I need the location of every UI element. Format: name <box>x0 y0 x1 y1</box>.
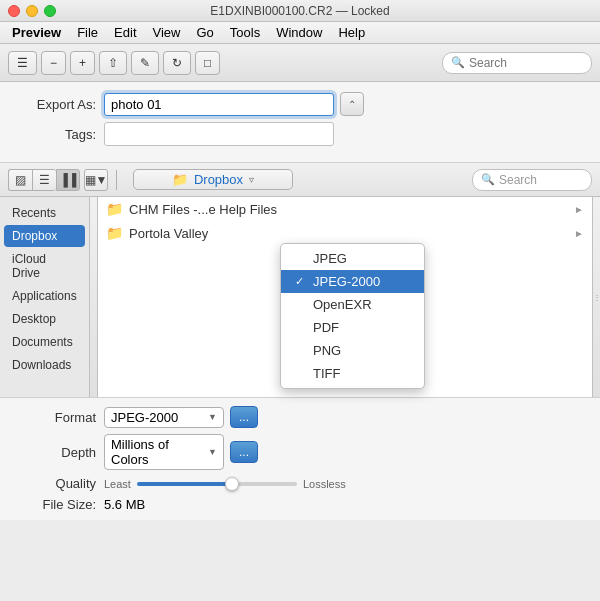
depth-color-btn[interactable]: ... <box>230 441 258 463</box>
bottom-panel: ✓ JPEG ✓ JPEG-2000 ✓ OpenEXR ✓ PDF ✓ PNG… <box>0 397 600 520</box>
quality-slider[interactable] <box>137 482 297 486</box>
quality-slider-container: Least Lossless <box>104 478 346 490</box>
format-value: JPEG-2000 <box>111 410 178 425</box>
toolbar-search[interactable]: 🔍 <box>442 52 592 74</box>
sidebar-icon: ☰ <box>17 56 28 70</box>
color-button[interactable]: ... <box>230 406 258 428</box>
depth-value: Millions of Colors <box>111 437 208 467</box>
quality-least-label: Least <box>104 478 131 490</box>
dropdown-item-tiff[interactable]: ✓ TIFF <box>281 362 424 385</box>
zoom-out-button[interactable]: − <box>41 51 66 75</box>
sidebar-item-downloads[interactable]: Downloads <box>4 354 85 376</box>
export-name-input[interactable] <box>104 93 334 116</box>
tags-input[interactable] <box>104 122 334 146</box>
format-label: Format <box>16 410 96 425</box>
dropdown-label: PDF <box>313 320 339 335</box>
dropdown-item-openexr[interactable]: ✓ OpenEXR <box>281 293 424 316</box>
dropdown-item-pdf[interactable]: ✓ PDF <box>281 316 424 339</box>
search-input[interactable] <box>469 56 583 70</box>
arrow-icon: ► <box>574 204 584 215</box>
crop-icon: □ <box>204 56 211 70</box>
view-coverflow-button[interactable]: ▦▼ <box>84 169 108 191</box>
menu-help[interactable]: Help <box>330 23 373 42</box>
dropdown-item-png[interactable]: ✓ PNG <box>281 339 424 362</box>
format-btn[interactable]: ... <box>230 406 258 428</box>
sidebar-item-icloud[interactable]: iCloud Drive <box>4 248 85 284</box>
sidebar-item-documents[interactable]: Documents <box>4 331 85 353</box>
menu-go[interactable]: Go <box>188 23 221 42</box>
depth-row: Depth Millions of Colors ▼ ... <box>16 434 584 470</box>
export-as-label: Export As: <box>16 97 96 112</box>
sidebar-item-applications[interactable]: Applications <box>4 285 85 307</box>
format-chevron: ▼ <box>208 412 217 422</box>
depth-button[interactable]: ... <box>230 441 258 463</box>
maximize-button[interactable] <box>44 5 56 17</box>
traffic-lights <box>8 5 56 17</box>
folder-icon: 📁 <box>106 201 123 217</box>
share-button[interactable]: ⇧ <box>99 51 127 75</box>
search-icon: 🔍 <box>451 56 465 69</box>
browser-toolbar: ▨ ☰ ▐▐ ▦▼ 📁 Dropbox ▿ 🔍 Search <box>0 163 600 197</box>
list-item[interactable]: 📁 Portola Valley ► <box>98 221 592 245</box>
zoom-in-icon: + <box>79 56 86 70</box>
location-button[interactable]: 📁 Dropbox ▿ <box>133 169 293 190</box>
close-button[interactable] <box>8 5 20 17</box>
sidebar-item-recents[interactable]: Recents <box>4 202 85 224</box>
menu-preview[interactable]: Preview <box>4 23 69 42</box>
dropdown-item-jpeg2000[interactable]: ✓ JPEG-2000 <box>281 270 424 293</box>
menu-tools[interactable]: Tools <box>222 23 268 42</box>
file-name: Portola Valley <box>129 226 208 241</box>
menu-view[interactable]: View <box>145 23 189 42</box>
minimize-button[interactable] <box>26 5 38 17</box>
browser-search[interactable]: 🔍 Search <box>472 169 592 191</box>
menu-bar: Preview File Edit View Go Tools Window H… <box>0 22 600 44</box>
vertical-resize[interactable]: ⋮ <box>592 197 600 397</box>
sidebar-item-desktop[interactable]: Desktop <box>4 308 85 330</box>
window-title: E1DXINBI000100.CR2 — Locked <box>210 4 389 18</box>
menu-edit[interactable]: Edit <box>106 23 144 42</box>
quality-row: Quality Least Lossless <box>16 476 584 491</box>
sidebar-toggle-button[interactable]: ☰ <box>8 51 37 75</box>
menu-window[interactable]: Window <box>268 23 330 42</box>
quality-lossless-label: Lossless <box>303 478 346 490</box>
export-name-row: Export As: ⌃ <box>16 92 584 116</box>
markup-button[interactable]: ✎ <box>131 51 159 75</box>
arrow-icon: ► <box>574 228 584 239</box>
depth-label: Depth <box>16 445 96 460</box>
menu-file[interactable]: File <box>69 23 106 42</box>
quality-label: Quality <box>16 476 96 491</box>
location-chevron: ▿ <box>249 174 254 185</box>
export-panel: Export As: ⌃ Tags: <box>0 82 600 163</box>
title-bar: E1DXINBI000100.CR2 — Locked <box>0 0 600 22</box>
dropdown-label: PNG <box>313 343 341 358</box>
dropdown-item-jpeg[interactable]: ✓ JPEG <box>281 247 424 270</box>
depth-select[interactable]: Millions of Colors ▼ <box>104 434 224 470</box>
check-icon: ✓ <box>295 275 307 288</box>
filesize-label: File Size: <box>16 497 96 512</box>
expand-button[interactable]: ⌃ <box>340 92 364 116</box>
rotate-icon: ↻ <box>172 56 182 70</box>
format-row: Format JPEG-2000 ▼ ... <box>16 406 584 428</box>
dropdown-label: JPEG <box>313 251 347 266</box>
sidebar: Recents Dropbox iCloud Drive Application… <box>0 197 90 397</box>
resize-handle[interactable] <box>90 197 98 397</box>
filesize-value: 5.6 MB <box>104 497 145 512</box>
crop-button[interactable]: □ <box>195 51 220 75</box>
zoom-out-icon: − <box>50 56 57 70</box>
dropdown-label: JPEG-2000 <box>313 274 380 289</box>
search-icon: 🔍 <box>481 173 495 186</box>
markup-icon: ✎ <box>140 56 150 70</box>
format-select[interactable]: JPEG-2000 ▼ <box>104 407 224 428</box>
sidebar-item-dropbox[interactable]: Dropbox <box>4 225 85 247</box>
tags-label: Tags: <box>16 127 96 142</box>
list-item[interactable]: 📁 CHM Files -...e Help Files ► <box>98 197 592 221</box>
depth-chevron: ▼ <box>208 447 217 457</box>
slider-thumb[interactable] <box>225 477 239 491</box>
folder-icon: 📁 <box>172 172 188 187</box>
zoom-in-button[interactable]: + <box>70 51 95 75</box>
view-list-button[interactable]: ☰ <box>32 169 56 191</box>
view-icon-button[interactable]: ▨ <box>8 169 32 191</box>
rotate-button[interactable]: ↻ <box>163 51 191 75</box>
view-column-button[interactable]: ▐▐ <box>56 169 80 191</box>
dropdown-label: OpenEXR <box>313 297 372 312</box>
